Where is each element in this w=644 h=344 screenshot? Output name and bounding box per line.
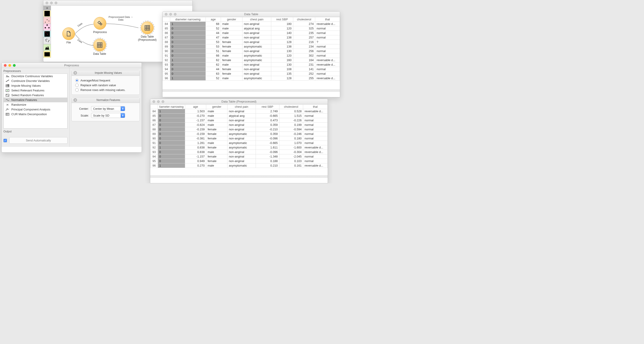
svg-point-26 [6,95,7,95]
table-row[interactable]: 86044malenon-anginal140235normal [163,31,340,35]
sidebar-category-image[interactable] [43,51,51,58]
table-cell: 0 [158,114,185,118]
table-row[interactable]: 940-1.157femalenon-anginal-1.348-2.045no… [150,154,328,159]
minimize-icon[interactable] [50,1,53,4]
preprocessor-item[interactable]: ?Impute Missing Values [4,83,67,88]
table-row[interactable]: 900-0.381femalenon-anginal-0.0960.180nor… [150,136,328,141]
column-header[interactable] [150,105,158,109]
node-preprocess[interactable]: Preprocess [93,17,107,34]
column-header[interactable]: cholesterol [293,17,315,22]
data-table-preprocessed-window: Data Table (Preprocessed) liameter narro… [150,99,328,183]
table-row[interactable]: 870-0.824malenon-anginal0.3590.199normal [150,123,328,127]
sidebar-expand-button[interactable]: » [43,6,51,10]
close-icon[interactable] [152,100,155,103]
horizontal-scrollbar[interactable] [162,89,340,92]
data-table2-grid[interactable]: liameter narrowingagegenderchest painres… [150,104,328,168]
maximize-icon[interactable] [162,100,164,103]
preprocessor-item[interactable]: Principal Component Analysis [4,107,67,112]
table-row[interactable]: 880-0.159femalenon-anginal-0.210-0.594no… [150,127,328,132]
table-row[interactable]: 93062malenon-anginal130231reversable d..… [163,62,340,67]
table-row[interactable]: 9500.949femalenon-anginal0.1880.103norma… [150,159,328,164]
sidebar-category-addon1[interactable] [43,44,51,51]
maximize-icon[interactable] [174,13,176,16]
impute-radio[interactable] [75,84,79,87]
datatable2-titlebar[interactable]: Data Table (Preprocessed) [150,99,328,104]
table-row[interactable]: 90051femalenon-anginal130256normal [163,49,340,53]
preprocess-titlebar[interactable]: Preprocess [2,63,142,68]
panel-remove-button[interactable]: ✕ [74,71,77,75]
table-cell: non-anginal [227,154,256,159]
column-header[interactable]: age [185,105,206,109]
preprocessor-item[interactable]: Continuize Discrete Variables [4,79,67,83]
table-row[interactable]: 9610.270maleasymptomatic0.2100.161revers… [150,164,328,168]
column-header[interactable]: rest SBP [271,17,293,22]
column-header[interactable]: thal [315,17,340,22]
node-data-table[interactable]: Data Table [93,39,106,55]
preprocessor-item[interactable]: Select Random Features [4,93,67,98]
column-header[interactable]: diameter narrowing [170,17,206,22]
sidebar-category-data[interactable] [43,10,51,17]
table-row[interactable]: 890-0.159femaleasymptomatic0.359-0.246no… [150,132,328,136]
table-row[interactable]: 9210.838femaleasymptomatic1.611-1.600rev… [150,145,328,150]
close-icon[interactable] [4,64,6,67]
sidebar-category-unsupervised[interactable] [43,37,51,44]
send-auto-button[interactable]: Send Automatically [9,137,68,144]
center-select[interactable]: Center by Mean▲▼ [91,106,125,111]
maximize-icon[interactable] [54,1,57,4]
preprocessor-item[interactable]: Randomize [4,102,67,107]
column-header[interactable]: cholesterol [279,105,303,109]
minimize-icon[interactable] [8,64,11,67]
table-row[interactable]: 96152maleasymptomatic128255reversable d.… [163,76,340,81]
maximize-icon[interactable] [13,64,16,67]
datatable-titlebar[interactable]: Data Table [162,11,340,17]
minimize-icon[interactable] [157,100,160,103]
column-header[interactable]: gender [221,17,242,22]
table-row[interactable]: 8411.503malenon-anginal2.7490.528reversa… [150,109,328,114]
table-row[interactable]: 850-0.270maleatypical ang-0.6651.515norm… [150,114,328,118]
horizontal-scrollbar[interactable] [150,175,328,178]
column-header[interactable]: age [206,17,221,22]
sidebar-category-model[interactable] [43,24,51,30]
column-header[interactable]: thal [303,105,328,109]
preprocessor-item[interactable]: CUR Matrix Decomposition [4,112,67,117]
table-row[interactable]: 92162femaleasymptomatic160164reversable … [163,58,340,62]
table-row[interactable]: 94044femalenon-anginal108141normal [163,67,340,71]
table-row[interactable]: 85052maleatypical ang120325normal [163,26,340,31]
column-header[interactable]: rest SBP [256,105,279,109]
table-row[interactable]: 84168malenon-anginal180274reversable d..… [163,22,340,26]
table-row[interactable]: 9101.281maleasymptomatic-0.6651.070norma… [150,141,328,145]
table-cell: 0.210 [256,164,279,168]
preprocessors-list[interactable]: Discretize Continuous VariablesContinuiz… [4,74,68,129]
table-row[interactable]: 87047malenon-anginal138257normal [163,35,340,40]
column-header[interactable]: liameter narrowing [158,105,185,109]
column-header[interactable]: gender [206,105,228,109]
table-row[interactable]: 91066maleasymptomatic120302normal [163,53,340,58]
send-auto-checkbox[interactable] [4,139,7,142]
impute-radio[interactable] [75,79,79,82]
column-header[interactable]: chest pain [227,105,256,109]
minimize-icon[interactable] [169,13,172,16]
preprocessor-item[interactable]: Normalize Features [4,98,67,102]
table-cell: asymptomatic [242,76,271,81]
data-table-grid[interactable]: diameter narrowingagegenderchest painres… [162,17,340,81]
close-icon[interactable] [165,13,168,16]
table-row[interactable]: 95063femalenon-anginal135252normal [163,71,340,76]
panel-remove-button[interactable]: ✕ [74,98,77,102]
close-icon[interactable] [46,1,48,4]
column-header[interactable] [163,17,170,22]
preprocessor-item[interactable]: Select Relevant Features [4,88,67,93]
node-data-table-preprocessed[interactable]: Data Table (Preprocessed) [138,21,156,41]
sidebar-category-visualize[interactable] [43,17,51,24]
table-row[interactable]: 89053femaleasymptomatic138234normal [163,44,340,49]
canvas-titlebar[interactable] [43,0,192,6]
impute-radio[interactable] [75,88,79,92]
column-header[interactable]: chest pain [242,17,271,22]
table-row[interactable]: 860-1.157malenon-anginal0.473-0.226norma… [150,118,328,123]
node-file[interactable]: File [62,27,75,44]
sidebar-category-evaluate[interactable] [43,30,51,37]
table-row[interactable]: 9300.838malenon-anginal-0.096-0.304rever… [150,150,328,154]
table-row[interactable]: 88053femalenon-anginal128216? [163,40,340,44]
table-cell: -0.159 [185,132,206,136]
scale-select[interactable]: Scale by SD▲▼ [91,113,125,118]
preprocessor-item[interactable]: Discretize Continuous Variables [4,74,67,79]
